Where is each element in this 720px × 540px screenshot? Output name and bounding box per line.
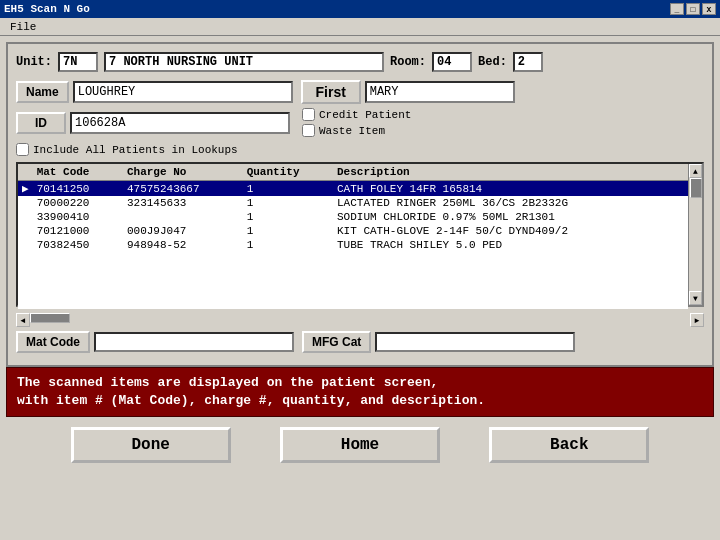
id-section: ID xyxy=(16,108,290,137)
col-mat-code: Mat Code xyxy=(33,164,123,181)
waste-item-label: Waste Item xyxy=(319,125,385,137)
unit-input[interactable] xyxy=(58,52,98,72)
row-description: SODIUM CHLORIDE 0.97% 50ML 2R1301 xyxy=(333,210,688,224)
scroll-down-button[interactable]: ▼ xyxy=(689,291,702,305)
scroll-right-button[interactable]: ► xyxy=(690,313,704,327)
info-line2: with item # (Mat Code), charge #, quanti… xyxy=(17,393,485,408)
close-button[interactable]: X xyxy=(702,3,716,15)
row-quantity: 1 xyxy=(243,224,333,238)
row-mat-code: 70141250 xyxy=(33,181,123,197)
row-charge-no: 47575243667 xyxy=(123,181,243,197)
credit-patient-checkbox[interactable] xyxy=(302,108,315,121)
name-section: Name xyxy=(16,80,293,104)
name-first-row: Name First xyxy=(16,80,704,104)
bottom-fields: Mat Code MFG Cat xyxy=(16,331,704,353)
h-scroll-row: ◄ ► xyxy=(16,313,704,327)
mat-code-field-input[interactable] xyxy=(94,332,294,352)
table-wrapper: Mat Code Charge No Quantity Description … xyxy=(16,162,704,307)
name-input[interactable] xyxy=(73,81,293,103)
row-quantity: 1 xyxy=(243,238,333,252)
title-bar: EH5 Scan N Go _ □ X xyxy=(0,0,720,18)
back-button[interactable]: Back xyxy=(489,427,649,463)
scroll-track xyxy=(689,178,702,291)
mfg-cat-field-row: MFG Cat xyxy=(302,331,575,353)
bottom-buttons: Done Home Back xyxy=(6,423,714,467)
unit-name-input[interactable] xyxy=(104,52,384,72)
row-quantity: 1 xyxy=(243,196,333,210)
waste-item-checkbox[interactable] xyxy=(302,124,315,137)
mat-code-field-row: Mat Code xyxy=(16,331,294,353)
scroll-thumb[interactable] xyxy=(690,178,702,198)
row-arrow xyxy=(18,210,33,224)
row-description: KIT CATH-GLOVE 2-14F 50/C DYND409/2 xyxy=(333,224,688,238)
first-button[interactable]: First xyxy=(301,80,361,104)
bed-input[interactable] xyxy=(513,52,543,72)
row-charge-no xyxy=(123,210,243,224)
checkboxes-group: Credit Patient Waste Item xyxy=(302,108,411,137)
unit-label: Unit: xyxy=(16,55,52,69)
bed-label: Bed: xyxy=(478,55,507,69)
row-charge-no: 948948-52 xyxy=(123,238,243,252)
row-arrow xyxy=(18,238,33,252)
maximize-button[interactable]: □ xyxy=(686,3,700,15)
row-quantity: 1 xyxy=(243,210,333,224)
col-description: Description xyxy=(333,164,688,181)
menu-bar: File xyxy=(0,18,720,36)
main-window: Unit: Room: Bed: Name First ID xyxy=(0,36,720,540)
row-mat-code: 70000220 xyxy=(33,196,123,210)
table-header-row: Mat Code Charge No Quantity Description xyxy=(18,164,688,181)
mfg-cat-field-input[interactable] xyxy=(375,332,575,352)
name-button[interactable]: Name xyxy=(16,81,69,103)
info-line1: The scanned items are displayed on the p… xyxy=(17,375,438,390)
unit-row: Unit: Room: Bed: xyxy=(16,52,704,72)
done-button[interactable]: Done xyxy=(71,427,231,463)
scroll-up-button[interactable]: ▲ xyxy=(689,164,702,178)
include-all-checkbox[interactable] xyxy=(16,143,29,156)
form-container: Unit: Room: Bed: Name First ID xyxy=(6,42,714,367)
room-label: Room: xyxy=(390,55,426,69)
include-row: Include All Patients in Lookups xyxy=(16,143,704,156)
mfg-cat-field-button[interactable]: MFG Cat xyxy=(302,331,371,353)
info-bar: The scanned items are displayed on the p… xyxy=(6,367,714,417)
row-charge-no: 323145633 xyxy=(123,196,243,210)
data-table: Mat Code Charge No Quantity Description … xyxy=(18,164,688,252)
app-title: EH5 Scan N Go xyxy=(4,3,90,15)
row-mat-code: 70121000 xyxy=(33,224,123,238)
vertical-scrollbar[interactable]: ▲ ▼ xyxy=(688,164,702,305)
credit-patient-row: Credit Patient xyxy=(302,108,411,121)
window-controls[interactable]: _ □ X xyxy=(670,3,716,15)
table-row[interactable]: 70121000 000J9J047 1 KIT CATH-GLOVE 2-14… xyxy=(18,224,688,238)
credit-patient-label: Credit Patient xyxy=(319,109,411,121)
h-scroll-track xyxy=(30,313,690,327)
scroll-left-button[interactable]: ◄ xyxy=(16,313,30,327)
table-container: Mat Code Charge No Quantity Description … xyxy=(18,164,688,309)
table-row[interactable]: 33900410 1 SODIUM CHLORIDE 0.97% 50ML 2R… xyxy=(18,210,688,224)
row-arrow xyxy=(18,224,33,238)
first-input[interactable] xyxy=(365,81,515,103)
file-menu[interactable]: File xyxy=(4,21,42,33)
col-arrow xyxy=(18,164,33,181)
row-arrow: ▶ xyxy=(18,181,33,197)
id-button[interactable]: ID xyxy=(16,112,66,134)
id-checkbox-row: ID Credit Patient Waste Item xyxy=(16,108,704,137)
row-description: CATH FOLEY 14FR 165814 xyxy=(333,181,688,197)
first-section: First xyxy=(301,80,515,104)
col-charge-no: Charge No xyxy=(123,164,243,181)
room-input[interactable] xyxy=(432,52,472,72)
home-button[interactable]: Home xyxy=(280,427,440,463)
row-mat-code: 70382450 xyxy=(33,238,123,252)
include-label: Include All Patients in Lookups xyxy=(33,144,238,156)
row-arrow xyxy=(18,196,33,210)
row-quantity: 1 xyxy=(243,181,333,197)
row-charge-no: 000J9J047 xyxy=(123,224,243,238)
minimize-button[interactable]: _ xyxy=(670,3,684,15)
table-row[interactable]: ▶ 70141250 47575243667 1 CATH FOLEY 14FR… xyxy=(18,181,688,197)
mat-code-field-button[interactable]: Mat Code xyxy=(16,331,90,353)
col-quantity: Quantity xyxy=(243,164,333,181)
table-row[interactable]: 70382450 948948-52 1 TUBE TRACH SHILEY 5… xyxy=(18,238,688,252)
row-description: LACTATED RINGER 250ML 36/CS 2B2332G xyxy=(333,196,688,210)
table-row[interactable]: 70000220 323145633 1 LACTATED RINGER 250… xyxy=(18,196,688,210)
waste-item-row: Waste Item xyxy=(302,124,411,137)
h-scroll-thumb[interactable] xyxy=(30,313,70,323)
id-input[interactable] xyxy=(70,112,290,134)
